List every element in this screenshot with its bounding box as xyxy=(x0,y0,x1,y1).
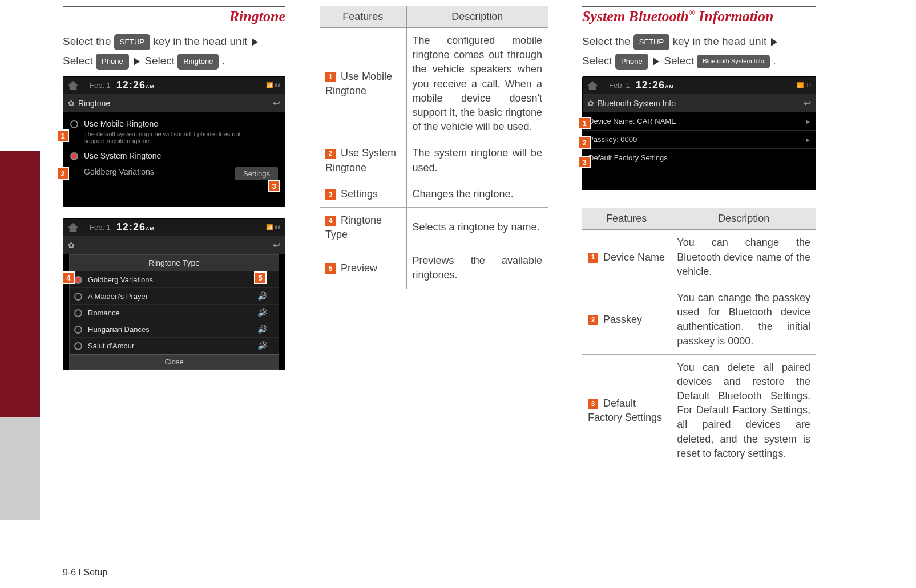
status-time: 12:26AM xyxy=(636,79,674,91)
callout-1: 1 xyxy=(57,129,69,142)
gear-icon: ✿ xyxy=(68,241,75,250)
list-item[interactable]: A Maiden's Prayer 🔊 xyxy=(70,288,279,305)
radio-icon xyxy=(74,342,82,350)
th-features: Features xyxy=(582,208,671,230)
screen-title: Ringtone xyxy=(78,99,110,108)
row-num-icon: 4 xyxy=(325,216,336,226)
home-icon[interactable] xyxy=(587,81,598,90)
section-header-bluetooth: System Bluetooth® Information xyxy=(582,6,816,25)
callout-1: 1 xyxy=(578,117,591,129)
section-title: System Bluetooth® Information xyxy=(582,8,816,25)
back-icon[interactable]: ↩ xyxy=(273,98,280,108)
status-date: Feb. 1 xyxy=(90,81,111,90)
setup-key-button: SETUP xyxy=(633,34,669,50)
arrow-right-icon xyxy=(771,38,777,46)
th-description: Description xyxy=(671,208,816,230)
current-ringtone-name: Goldberg Variations xyxy=(84,167,154,176)
row-num-icon: 2 xyxy=(588,315,598,325)
gear-icon: ✿ xyxy=(587,99,594,108)
status-time: 12:26AM xyxy=(116,79,155,91)
table-row: 2 Use System Ringtone The system rington… xyxy=(320,140,548,181)
page-footer: 9-6 I Setup xyxy=(63,567,107,578)
table-row: 4 Ringtone Type Selects a ringtone by na… xyxy=(320,207,548,248)
table-row: 5 Preview Previews the available rington… xyxy=(320,248,548,289)
column-bluetooth-info: System Bluetooth® Information Select the… xyxy=(582,6,816,582)
callout-3: 3 xyxy=(578,156,591,168)
ringtone-list: Goldberg Variations 🔊 A Maiden's Prayer … xyxy=(70,271,279,354)
list-item[interactable]: Salut d'Amour 🔊 xyxy=(70,338,279,354)
row-num-icon: 3 xyxy=(588,399,598,409)
th-features: Features xyxy=(320,6,406,28)
chevron-right-icon: ▸ xyxy=(806,117,810,125)
row-num-icon: 5 xyxy=(325,263,336,274)
row-num-icon: 1 xyxy=(588,253,598,263)
callout-5: 5 xyxy=(254,271,267,284)
close-button[interactable]: Close xyxy=(70,354,279,369)
table-row: 3 Default Factory Settings You can delet… xyxy=(582,354,816,467)
home-icon[interactable] xyxy=(68,81,78,90)
list-item[interactable]: Goldberg Variations 🔊 xyxy=(70,271,279,288)
radio-icon xyxy=(70,120,78,128)
row-num-icon: 1 xyxy=(325,72,336,82)
speaker-icon[interactable]: 🔊 xyxy=(257,308,267,317)
speaker-icon[interactable]: 🔊 xyxy=(257,325,267,334)
settings-button[interactable]: Settings xyxy=(235,167,278,180)
callout-4: 4 xyxy=(62,271,75,284)
section-header-ringtone: Ringtone xyxy=(63,6,285,25)
status-time: 12:26AM xyxy=(116,221,155,233)
home-icon[interactable] xyxy=(68,223,78,232)
signal-icon: 📶 ılıl xyxy=(266,224,280,230)
arrow-right-icon xyxy=(252,38,258,46)
radio-selected-icon xyxy=(74,276,82,284)
radio-icon xyxy=(74,309,82,317)
instruction-text: Select the SETUP key in the head unit Se… xyxy=(63,32,285,71)
ringtone-features-table: Features Description 1 Use Mobile Ringto… xyxy=(320,6,548,289)
arrow-right-icon xyxy=(653,58,659,66)
device-name-row[interactable]: Device Name: CAR NAME▸ xyxy=(583,112,816,131)
callout-2: 2 xyxy=(57,167,69,180)
popup-title: Ringtone Type xyxy=(70,255,279,271)
bluetooth-features-table: Features Description 1 Device Name You c… xyxy=(582,208,816,467)
callout-3: 3 xyxy=(268,180,280,192)
status-date: Feb. 1 xyxy=(90,223,111,232)
speaker-icon[interactable]: 🔊 xyxy=(257,341,267,350)
list-item[interactable]: Hungarian Dances 🔊 xyxy=(70,321,279,338)
chevron-right-icon: ▸ xyxy=(806,136,810,144)
back-icon[interactable]: ↩ xyxy=(804,98,811,108)
passkey-row[interactable]: Passkey: 0000▸ xyxy=(583,131,816,149)
table-row: 2 Passkey You can change the passkey use… xyxy=(582,285,816,354)
row-num-icon: 3 xyxy=(325,189,336,200)
instruction-text: Select the SETUP key in the head unit Se… xyxy=(582,32,816,71)
column-features-table: Features Description 1 Use Mobile Ringto… xyxy=(320,6,548,582)
list-item[interactable]: Romance 🔊 xyxy=(70,305,279,321)
table-row: 3 Settings Changes the ringtone. xyxy=(320,181,548,207)
row-num-icon: 2 xyxy=(325,149,336,159)
radio-icon xyxy=(74,293,82,301)
th-description: Description xyxy=(406,6,548,28)
option-use-system-ringtone[interactable]: Use System Ringtone xyxy=(66,148,283,164)
screenshot-ringtone-type: Feb. 1 12:26AM 📶 ılıl ✿ ↩ Ringtone Type … xyxy=(63,218,285,370)
table-row: 1 Use Mobile Ringtone The configured mob… xyxy=(320,28,548,140)
status-date: Feb. 1 xyxy=(609,81,630,90)
callout-2: 2 xyxy=(578,136,591,149)
section-title: Ringtone xyxy=(63,8,285,25)
table-row: 1 Device Name You can change the Bluetoo… xyxy=(582,230,816,285)
radio-selected-icon xyxy=(70,152,78,160)
signal-icon: 📶 ılıl xyxy=(266,82,280,88)
phone-button: Phone xyxy=(615,54,648,69)
screenshot-ringtone-settings: Feb. 1 12:26AM 📶 ılıl ✿ Ringtone ↩ Use M… xyxy=(63,76,285,207)
bluetooth-system-info-button: Bluetooth System Info xyxy=(697,55,770,68)
page-left-margin xyxy=(0,0,40,588)
option-use-mobile-ringtone[interactable]: Use Mobile Ringtone The default system r… xyxy=(66,116,283,148)
radio-icon xyxy=(74,326,82,334)
default-factory-settings-row[interactable]: Default Factory Settings xyxy=(583,149,816,167)
back-icon[interactable]: ↩ xyxy=(273,240,280,250)
ringtone-button: Ringtone xyxy=(177,54,219,69)
speaker-icon[interactable]: 🔊 xyxy=(257,291,267,301)
column-ringtone: Ringtone Select the SETUP key in the hea… xyxy=(63,6,285,582)
signal-icon: 📶 ılıl xyxy=(797,82,811,88)
setup-key-button: SETUP xyxy=(114,34,150,50)
screenshot-bluetooth-system-info: Feb. 1 12:26AM 📶 ılıl ✿ Bluetooth System… xyxy=(582,76,816,190)
arrow-right-icon xyxy=(134,58,140,66)
phone-button: Phone xyxy=(96,54,129,69)
